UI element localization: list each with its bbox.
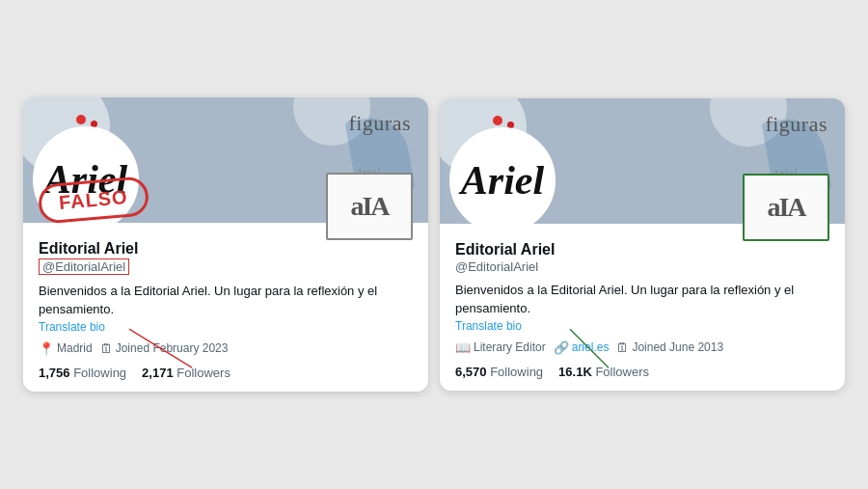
- real-profile-body: aIA Editorial Ariel @EditorialAriel Bien…: [440, 224, 845, 390]
- fake-profile-stats: 1,756 Following 2,171 Followers: [39, 366, 413, 380]
- fake-joined-icon: 🗓: [100, 341, 113, 356]
- fake-location-text: Madrid: [57, 341, 93, 355]
- real-meta-joined: 🗓 Joined June 2013: [616, 340, 723, 355]
- fake-meta-location: 📍 Madrid: [39, 341, 93, 356]
- real-profile-stats: 6,570 Following 16.1K Followers: [455, 365, 829, 379]
- fake-profile-meta: 📍 Madrid 🗓 Joined February 2023: [39, 341, 413, 356]
- real-stamp-area: aIA: [743, 174, 829, 241]
- real-joined-icon: 🗓: [616, 340, 629, 355]
- fake-followers-stat: 2,171 Followers: [142, 366, 231, 380]
- fake-followers-label: Followers: [176, 366, 231, 380]
- main-container: figuras Ariel Ariel FALSO aIA Editorial …: [0, 0, 868, 489]
- fake-following-label: Following: [73, 366, 126, 380]
- real-followers-label: Followers: [595, 365, 649, 379]
- fake-translate-bio[interactable]: Translate bio: [39, 320, 413, 334]
- real-role-icon: 📖: [455, 340, 471, 355]
- fake-stamp-area: aIA: [326, 173, 413, 240]
- fake-followers-count: 2,171: [142, 366, 174, 380]
- real-link-text[interactable]: ariel.es: [572, 340, 610, 354]
- fake-profile-name: Editorial Ariel: [39, 240, 413, 258]
- real-followers-count: 16.1K: [558, 365, 592, 379]
- fake-profile-body: FALSO aIA Editorial Ariel @EditorialArie…: [23, 223, 428, 391]
- real-profile-name: Editorial Ariel: [455, 241, 829, 258]
- banner-text: figuras: [348, 111, 411, 136]
- real-profile-card: figuras Ariel Ariel aIA Editorial Ariel …: [440, 98, 845, 390]
- fake-location-icon: 📍: [39, 341, 54, 356]
- real-profile-bio: Bienvenidos a la Editorial Ariel. Un lug…: [455, 282, 829, 316]
- fake-profile-handle: @EditorialAriel: [39, 258, 413, 275]
- real-handle-text: @EditorialAriel: [455, 259, 538, 274]
- real-meta-link: 🔗 ariel.es: [554, 340, 610, 355]
- real-stamp-box: aIA: [743, 174, 829, 241]
- real-stamp-letters: aIA: [767, 192, 804, 223]
- real-followers-stat: 16.1K Followers: [558, 365, 649, 379]
- fake-meta-joined: 🗓 Joined February 2023: [100, 341, 229, 356]
- fake-joined-text: Joined February 2023: [116, 341, 229, 355]
- real-role-text: Literary Editor: [474, 340, 546, 354]
- real-avatar: Ariel: [449, 127, 556, 224]
- fake-profile-card: figuras Ariel Ariel FALSO aIA Editorial …: [23, 97, 428, 391]
- real-following-count: 6,570: [455, 365, 487, 379]
- real-translate-bio[interactable]: Translate bio: [455, 319, 829, 333]
- fake-stamp-box: aIA: [326, 173, 413, 240]
- real-joined-text: Joined June 2013: [632, 340, 723, 354]
- fake-profile-bio: Bienvenidos a la Editorial Ariel. Un lug…: [39, 283, 413, 317]
- fake-handle-box: @EditorialAriel: [39, 258, 129, 275]
- real-following-label: Following: [490, 365, 543, 379]
- real-link-icon: 🔗: [554, 340, 569, 355]
- fake-stamp-letters: aIA: [350, 191, 388, 222]
- real-profile-handle: @EditorialAriel: [455, 259, 829, 274]
- real-following-stat: 6,570 Following: [455, 365, 543, 379]
- fake-following-count: 1,756: [39, 366, 70, 380]
- real-avatar-text: Ariel: [461, 160, 544, 201]
- fake-following-stat: 1,756 Following: [39, 366, 126, 380]
- real-banner-text: figuras: [765, 112, 827, 137]
- real-meta-role: 📖 Literary Editor: [455, 340, 546, 355]
- real-profile-meta: 📖 Literary Editor 🔗 ariel.es 🗓 Joined Ju…: [455, 340, 829, 355]
